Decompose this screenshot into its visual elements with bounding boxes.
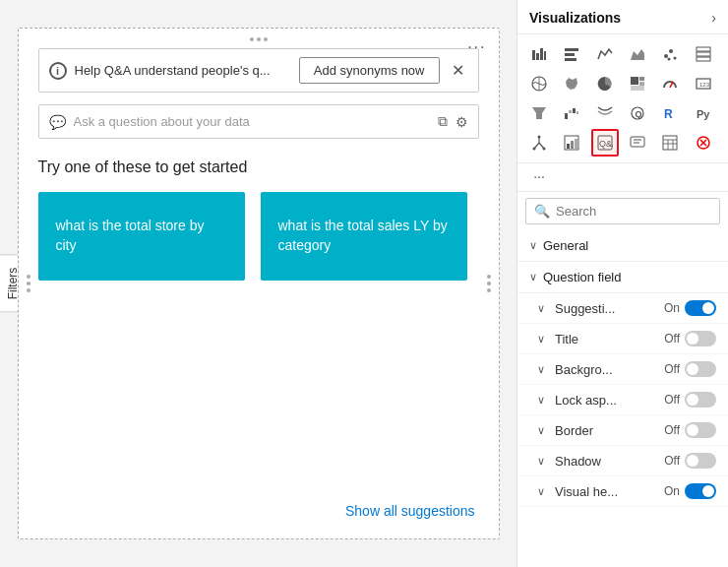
background-row: ∨ Backgro... Off <box>517 354 728 385</box>
more-options-button[interactable]: ··· <box>467 38 486 56</box>
search-icon: 🔍 <box>534 204 550 219</box>
viz-table-icon[interactable] <box>656 129 684 157</box>
shadow-state: Off <box>664 454 680 468</box>
resize-handle-top[interactable] <box>239 36 278 42</box>
visual-he-state: On <box>664 484 680 498</box>
question-header[interactable]: ∨ Question field <box>517 262 728 292</box>
svg-rect-46 <box>631 137 644 147</box>
lock-state: Off <box>664 393 680 407</box>
copy-button[interactable]: ⧉ <box>438 113 448 130</box>
viz-stacked-bar-icon[interactable] <box>525 40 553 68</box>
viz-scatter-icon[interactable] <box>656 40 684 68</box>
viz-area-chart-icon[interactable] <box>624 40 651 68</box>
question-label: Question field <box>543 270 622 284</box>
viz-chevron-right[interactable]: › <box>711 10 716 26</box>
visual-he-chevron: ∨ <box>537 485 545 498</box>
general-chevron: ∨ <box>529 239 537 252</box>
viz-r-script-icon[interactable]: R <box>656 99 684 127</box>
svg-rect-14 <box>697 57 710 61</box>
title-toggle[interactable] <box>685 331 716 346</box>
svg-rect-6 <box>565 58 576 61</box>
viz-qa-icon[interactable]: Q <box>624 99 651 127</box>
show-all-suggestions-link[interactable]: Show all suggestions <box>345 503 475 519</box>
svg-text:Py: Py <box>697 108 710 120</box>
suggestion-tile-1[interactable]: what is the total store by city <box>38 192 245 281</box>
svg-point-39 <box>543 148 546 151</box>
resize-handle-right[interactable] <box>487 275 491 292</box>
ask-placeholder: Ask a question about your data <box>74 114 430 129</box>
svg-point-11 <box>668 58 671 61</box>
suggestions-row: ∨ Suggesti... On <box>517 293 728 324</box>
viz-kpi-icon[interactable] <box>558 129 585 157</box>
shadow-label: Shadow <box>555 454 601 469</box>
more-viz-options-button[interactable]: ··· <box>525 165 553 187</box>
suggestions-label: Suggesti... <box>555 301 615 316</box>
viz-multirow-icon[interactable] <box>690 40 717 68</box>
add-synonyms-button[interactable]: Add synonyms now <box>299 57 440 84</box>
title-state: Off <box>664 332 680 346</box>
viz-ribbon-icon[interactable] <box>591 99 619 127</box>
general-header[interactable]: ∨ General <box>517 230 728 261</box>
settings-button[interactable]: ⚙ <box>455 113 468 130</box>
svg-marker-25 <box>532 107 546 119</box>
lock-row: ∨ Lock asp... Off <box>517 385 728 415</box>
viz-gauge-icon[interactable] <box>656 70 684 97</box>
viz-pie-chart-icon[interactable] <box>591 70 619 97</box>
svg-rect-26 <box>565 113 568 119</box>
suggestion-tile-2[interactable]: what is the total sales LY by category <box>261 192 467 281</box>
get-started-title: Try one of these to get started <box>38 158 479 176</box>
info-icon: i <box>49 62 67 80</box>
suggestions-toggle[interactable] <box>685 300 716 316</box>
svg-rect-3 <box>544 51 546 60</box>
viz-waterfall-icon[interactable] <box>558 99 585 127</box>
viz-funnel-icon[interactable] <box>525 99 553 127</box>
viz-line-chart-icon[interactable] <box>591 40 619 68</box>
border-toggle[interactable] <box>685 422 716 438</box>
viz-filled-map-icon[interactable] <box>558 70 585 97</box>
viz-decomp-icon[interactable] <box>525 129 553 157</box>
svg-rect-28 <box>573 108 576 113</box>
svg-point-9 <box>669 49 673 53</box>
viz-treemap-icon[interactable] <box>624 70 651 97</box>
shadow-chevron: ∨ <box>537 455 545 468</box>
qa-card: ··· i Help Q&A understand people's q... … <box>18 28 500 539</box>
visual-he-toggle[interactable] <box>685 483 716 499</box>
ask-bar[interactable]: 💬 Ask a question about your data ⧉ ⚙ <box>38 104 479 139</box>
background-toggle[interactable] <box>685 361 716 377</box>
search-input[interactable] <box>556 204 711 219</box>
svg-text:R: R <box>664 107 673 121</box>
resize-handle-left[interactable] <box>27 275 30 292</box>
viz-bar-chart-icon[interactable] <box>558 40 585 68</box>
viz-custom-icon[interactable] <box>690 129 717 157</box>
svg-rect-4 <box>565 48 578 51</box>
shadow-row: ∨ Shadow Off <box>517 446 728 476</box>
viz-title: Visualizations <box>529 10 621 26</box>
svg-text:Q&A: Q&A <box>599 139 613 149</box>
viz-map-icon[interactable] <box>525 70 553 97</box>
title-chevron: ∨ <box>537 333 545 346</box>
viz-qa-visual-icon[interactable]: Q&A <box>591 129 619 157</box>
viz-card-icon[interactable]: 123 <box>690 70 717 97</box>
border-toggle-container: Off <box>664 422 716 438</box>
suggestions-state: On <box>664 301 680 315</box>
background-label: Backgro... <box>555 362 613 377</box>
svg-rect-12 <box>697 47 710 51</box>
viz-python-icon[interactable]: Py <box>690 99 717 127</box>
lock-toggle[interactable] <box>685 392 716 408</box>
border-row: ∨ Border Off <box>517 415 728 446</box>
suggestions-chevron: ∨ <box>537 302 545 315</box>
close-help-button[interactable]: ✕ <box>448 61 468 80</box>
viz-icons-grid: 123 Q R Py Q&A <box>517 34 728 163</box>
svg-rect-41 <box>567 144 570 149</box>
background-toggle-container: Off <box>664 361 716 377</box>
svg-rect-1 <box>536 53 539 60</box>
viz-smart-narr-icon[interactable] <box>624 129 651 157</box>
question-chevron: ∨ <box>529 271 537 284</box>
help-text: Help Q&A understand people's q... <box>75 63 291 78</box>
svg-rect-2 <box>540 48 543 60</box>
svg-rect-43 <box>575 139 577 149</box>
background-state: Off <box>664 362 680 376</box>
title-toggle-container: Off <box>664 331 716 346</box>
help-bar: i Help Q&A understand people's q... Add … <box>38 48 479 93</box>
shadow-toggle[interactable] <box>685 453 716 469</box>
